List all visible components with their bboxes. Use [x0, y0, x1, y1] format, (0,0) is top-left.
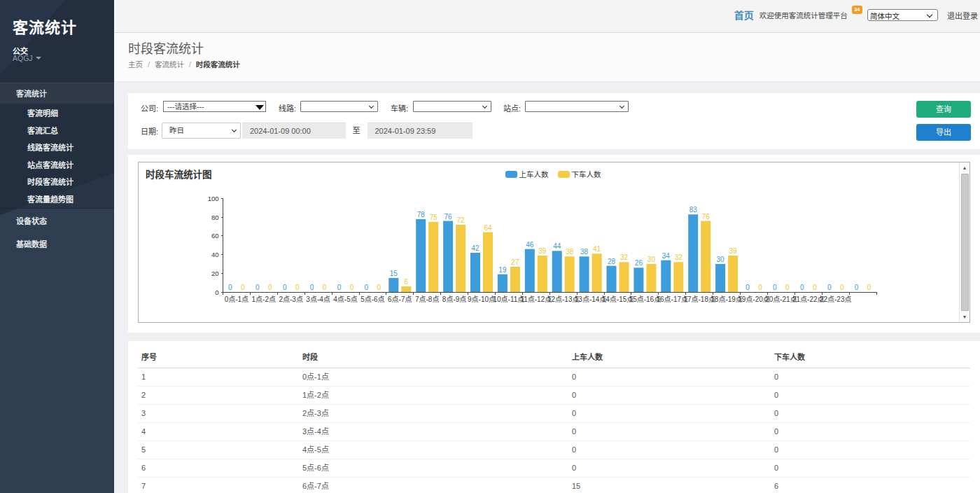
- svg-text:76: 76: [444, 213, 453, 221]
- svg-text:0: 0: [323, 284, 327, 291]
- svg-text:0: 0: [377, 284, 382, 291]
- svg-text:0: 0: [758, 284, 762, 291]
- svg-text:20: 20: [211, 270, 219, 277]
- svg-text:2点-3点: 2点-3点: [279, 296, 302, 303]
- svg-text:32: 32: [675, 254, 683, 261]
- svg-text:9点-10点: 9点-10点: [468, 296, 496, 303]
- svg-text:28: 28: [608, 258, 616, 265]
- svg-text:0: 0: [228, 284, 232, 291]
- svg-text:0: 0: [813, 284, 817, 291]
- svg-text:0: 0: [295, 284, 300, 291]
- svg-text:0: 0: [800, 284, 804, 291]
- svg-text:0: 0: [215, 289, 218, 296]
- svg-text:22点-23点: 22点-23点: [820, 296, 852, 303]
- svg-text:0: 0: [310, 284, 314, 291]
- svg-text:76: 76: [702, 213, 710, 221]
- svg-text:15: 15: [390, 270, 398, 277]
- svg-text:40: 40: [211, 251, 219, 258]
- svg-text:7点-8点: 7点-8点: [415, 296, 439, 303]
- svg-text:46: 46: [526, 241, 534, 249]
- svg-text:78: 78: [417, 211, 426, 218]
- svg-text:72: 72: [457, 216, 465, 224]
- svg-text:0: 0: [283, 284, 287, 291]
- svg-text:0: 0: [827, 284, 832, 291]
- svg-text:32: 32: [620, 254, 629, 261]
- svg-text:30: 30: [648, 256, 656, 263]
- svg-text:64: 64: [484, 224, 492, 232]
- svg-text:60: 60: [211, 232, 219, 239]
- svg-text:83: 83: [690, 206, 698, 214]
- svg-text:26: 26: [635, 259, 643, 267]
- svg-text:8点-9点: 8点-9点: [442, 296, 466, 303]
- svg-text:30: 30: [717, 256, 725, 263]
- svg-text:0: 0: [255, 284, 260, 291]
- svg-text:38: 38: [580, 248, 589, 256]
- svg-text:41: 41: [593, 245, 601, 253]
- svg-text:0: 0: [855, 284, 859, 291]
- svg-text:0点-1点: 0点-1点: [225, 296, 248, 303]
- svg-text:75: 75: [430, 214, 438, 221]
- svg-text:0: 0: [365, 284, 369, 291]
- svg-text:6点-7点: 6点-7点: [388, 296, 412, 303]
- svg-text:4点-5点: 4点-5点: [333, 296, 357, 303]
- svg-text:6: 6: [405, 278, 409, 286]
- svg-text:0: 0: [785, 284, 790, 291]
- svg-text:34: 34: [662, 252, 671, 260]
- svg-text:39: 39: [729, 247, 738, 255]
- svg-text:100: 100: [208, 195, 219, 202]
- svg-text:27: 27: [511, 258, 519, 266]
- svg-text:39: 39: [538, 247, 547, 255]
- svg-text:42: 42: [471, 244, 479, 252]
- svg-text:3点-4点: 3点-4点: [306, 296, 330, 303]
- svg-text:5点-6点: 5点-6点: [360, 296, 384, 303]
- svg-text:0: 0: [867, 284, 872, 291]
- svg-text:0: 0: [350, 284, 354, 291]
- svg-text:0: 0: [840, 284, 844, 291]
- svg-text:0: 0: [268, 284, 272, 291]
- svg-text:1点-2点: 1点-2点: [252, 296, 276, 303]
- svg-text:38: 38: [566, 248, 574, 256]
- svg-text:19: 19: [498, 266, 507, 274]
- svg-text:80: 80: [211, 214, 219, 221]
- svg-text:0: 0: [337, 284, 342, 291]
- svg-text:0: 0: [773, 284, 777, 291]
- svg-text:0: 0: [241, 284, 245, 291]
- svg-text:44: 44: [553, 242, 561, 250]
- svg-text:0: 0: [746, 284, 750, 291]
